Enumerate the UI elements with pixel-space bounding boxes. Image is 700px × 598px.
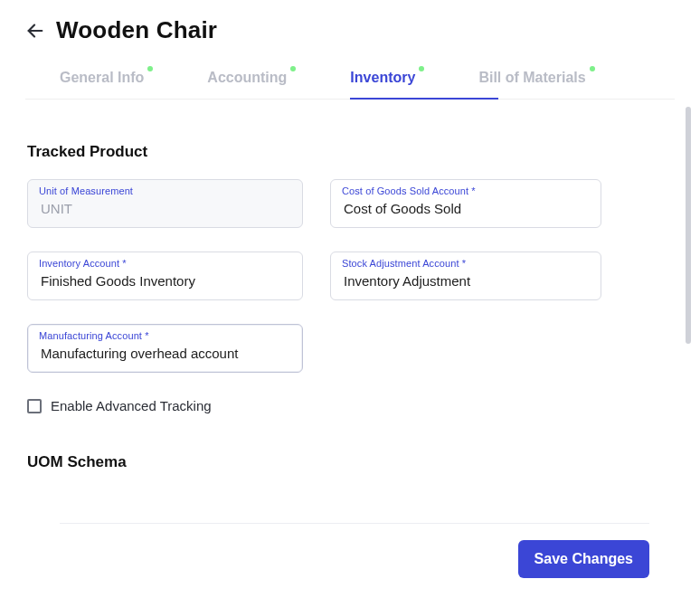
scrollbar[interactable]: [686, 107, 691, 344]
uom-input: [39, 200, 291, 217]
advanced-tracking-checkbox[interactable]: [27, 399, 42, 413]
back-arrow-icon[interactable]: [25, 21, 45, 41]
field-manufacturing-account[interactable]: Manufacturing Account *: [27, 324, 303, 373]
field-cogs-account[interactable]: Cost of Goods Sold Account *: [330, 179, 601, 228]
manufacturing-account-input[interactable]: [39, 345, 291, 362]
tab-accounting[interactable]: Accounting: [207, 70, 287, 99]
field-label: Cost of Goods Sold Account *: [342, 185, 476, 196]
status-dot-icon: [419, 66, 424, 71]
save-changes-button[interactable]: Save Changes: [518, 540, 649, 578]
page-title: Wooden Chair: [56, 16, 217, 44]
status-dot-icon: [147, 66, 153, 71]
footer-divider: [60, 523, 649, 524]
status-dot-icon: [290, 66, 296, 71]
advanced-tracking-label: Enable Advanced Tracking: [51, 398, 212, 413]
tab-general-info[interactable]: General Info: [60, 70, 144, 99]
section-title-tracked-product: Tracked Product: [27, 143, 675, 161]
tab-label: Bill of Materials: [478, 70, 585, 85]
tabs-bar: General Info Accounting Inventory Bill o…: [25, 70, 675, 100]
cogs-input[interactable]: [342, 200, 590, 217]
tab-label: Accounting: [207, 70, 287, 85]
field-label: Stock Adjustment Account *: [342, 258, 466, 269]
tab-label: General Info: [60, 70, 144, 85]
field-label: Inventory Account *: [39, 258, 127, 269]
field-label: Manufacturing Account *: [39, 330, 149, 341]
tab-label: Inventory: [350, 70, 415, 85]
tab-inventory[interactable]: Inventory: [350, 70, 415, 99]
inventory-account-input[interactable]: [39, 272, 291, 290]
status-dot-icon: [590, 66, 595, 71]
field-inventory-account[interactable]: Inventory Account *: [27, 252, 303, 300]
stock-adjustment-input[interactable]: [342, 272, 590, 290]
field-unit-of-measurement: Unit of Measurement: [27, 179, 303, 228]
field-label: Unit of Measurement: [39, 185, 133, 196]
section-title-uom-schema: UOM Schema: [27, 453, 675, 471]
field-stock-adjustment-account[interactable]: Stock Adjustment Account *: [330, 252, 601, 300]
tab-bill-of-materials[interactable]: Bill of Materials: [478, 70, 585, 99]
